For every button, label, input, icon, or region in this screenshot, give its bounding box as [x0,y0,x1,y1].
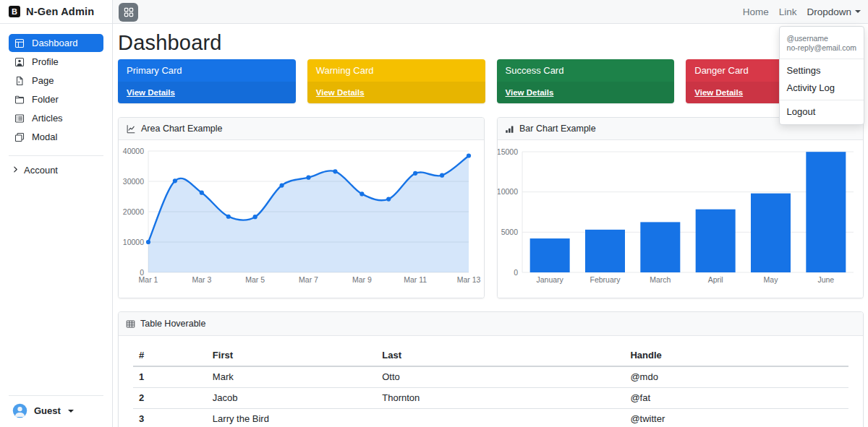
sidebar-item-label: Dashboard [32,38,78,48]
caret-down-icon [855,10,861,13]
articles-icon [14,113,25,124]
sidebar-nav: DashboardProfilePageFolderArticlesModal [0,24,112,147]
svg-text:Mar 7: Mar 7 [299,275,318,284]
svg-text:March: March [650,275,671,284]
svg-text:0: 0 [514,268,518,277]
svg-text:May: May [764,275,779,284]
summary-cards-row: Primary CardView DetailsWarning CardView… [118,59,864,103]
user-dropdown-menu: @username no-reply@email.com SettingsAct… [779,26,864,125]
svg-text:Mar 5: Mar 5 [245,275,265,284]
account-label: Account [24,165,58,176]
table-cell: 3 [133,409,207,427]
sidebar-item-label: Page [32,75,54,86]
chevron-right-icon [12,165,20,176]
chart-card-area: Area Chart Example010000200003000040000M… [118,117,485,298]
dashboard-icon [14,38,25,48]
chart-card-header: Area Chart Example [119,118,484,140]
table-col-header: # [133,345,207,366]
svg-text:February: February [590,275,621,284]
sidebar-item-modal[interactable]: Modal [9,128,103,146]
page-title: Dashboard [118,31,864,55]
sidebar-item-label: Modal [32,131,57,142]
table-wrap: #FirstLastHandle 1MarkOtto@mdo2JacobThor… [119,336,863,427]
nav-link-label: Home [743,7,769,17]
svg-text:10000: 10000 [123,238,144,246]
nav-link-link[interactable]: Link [779,7,797,17]
sidebar-item-account[interactable]: Account [0,156,112,176]
user-menu-guest[interactable]: Guest [0,396,112,427]
dropdown-item-logout[interactable]: Logout [780,103,864,121]
table-cell: Thornton [376,388,624,409]
brand-name: N-Gen Admin [26,6,94,17]
nav-link-dropdown[interactable]: Dropdown [807,7,861,17]
svg-text:April: April [708,275,723,284]
dropdown-divider [780,59,864,59]
table-icon [126,319,135,329]
nav-link-home[interactable]: Home [743,7,769,17]
bar-chart-icon [505,124,514,134]
sidebar-item-folder[interactable]: Folder [9,90,103,108]
svg-text:10000: 10000 [498,187,518,196]
table-cell: Jacob [207,388,376,409]
chart-card-bar: Bar Chart Example050001000015000JanuaryF… [497,117,864,298]
dropdown-item-settings[interactable]: Settings [780,62,864,79]
dropdown-item-activity-log[interactable]: Activity Log [780,79,864,97]
svg-text:June: June [817,275,834,284]
card-view-details-link[interactable]: View Details [316,88,365,97]
modal-icon [14,132,25,142]
app-root: B N-Gen Admin DashboardProfilePageFolder… [0,0,868,427]
svg-text:20000: 20000 [123,207,144,216]
caret-down-icon [68,410,74,413]
main-area: HomeLinkDropdown @username no-reply@emai… [113,0,868,427]
card-footer: View Details [307,82,485,103]
table-col-header: Handle [624,345,848,366]
bar-chart: 050001000015000JanuaryFebruaryMarchApril… [498,140,863,295]
dropdown-user-info: @username no-reply@email.com [780,30,864,56]
user-label: Guest [34,405,61,416]
brand-logo-icon: B [9,6,20,17]
sidebar-item-articles[interactable]: Articles [9,109,103,127]
card-footer: View Details [118,82,296,103]
sidebar-toggle-button[interactable] [119,3,138,22]
summary-card-warning: Warning CardView Details [307,59,485,103]
chart-card-title: Area Chart Example [141,124,223,134]
card-view-details-link[interactable]: View Details [127,88,175,97]
dropdown-email: no-reply@email.com [787,43,856,53]
sidebar-item-label: Profile [32,56,59,67]
svg-text:Mar 9: Mar 9 [352,275,372,284]
svg-text:40000: 40000 [123,147,144,155]
sidebar-item-dashboard[interactable]: Dashboard [9,34,103,52]
sidebar: B N-Gen Admin DashboardProfilePageFolder… [0,0,113,427]
nav-link-label: Dropdown [807,7,851,17]
card-view-details-link[interactable]: View Details [506,88,554,97]
chart-card-title: Bar Chart Example [519,124,596,134]
card-footer: View Details [497,82,675,103]
summary-card-success: Success CardView Details [497,59,675,103]
table-row: 3Larry the Bird@twitter [133,409,848,427]
table-card-title: Table Hoverable [140,319,205,329]
card-view-details-link[interactable]: View Details [694,88,743,97]
table-cell: @fat [624,388,848,409]
table-cell: Mark [207,366,376,388]
topbar: HomeLinkDropdown @username no-reply@emai… [113,0,868,24]
area-chart-icon [126,124,136,134]
sidebar-item-label: Folder [32,94,59,105]
avatar [12,403,27,418]
brand[interactable]: B N-Gen Admin [0,0,112,24]
chart-card-body: 050001000015000JanuaryFebruaryMarchApril… [498,140,863,298]
topbar-nav: HomeLinkDropdown [743,7,861,17]
svg-text:5000: 5000 [501,228,519,236]
table-row: 1MarkOtto@mdo [133,366,848,388]
summary-card-primary: Primary CardView Details [118,59,296,103]
card-title: Warning Card [307,59,485,76]
sidebar-item-page[interactable]: Page [9,72,103,90]
sidebar-item-profile[interactable]: Profile [9,53,103,71]
svg-text:15000: 15000 [498,147,518,156]
table-header-row: #FirstLastHandle [133,345,848,366]
table-head: #FirstLastHandle [133,345,848,366]
svg-text:Mar 11: Mar 11 [404,275,427,284]
sidebar-footer: Guest [0,395,112,427]
table-cell: Otto [376,366,624,388]
table-cell: 2 [133,388,207,409]
grid-icon [124,7,134,17]
